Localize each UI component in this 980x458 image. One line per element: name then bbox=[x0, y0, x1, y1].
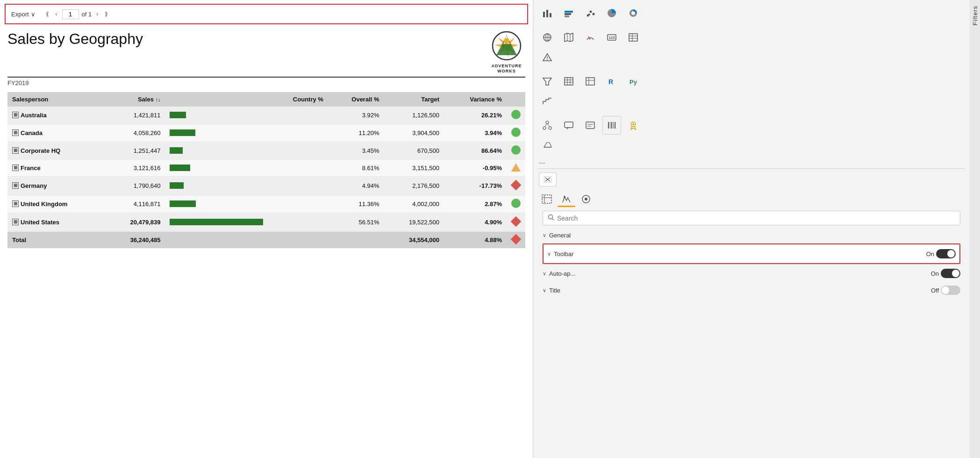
title-toggle-switch[interactable] bbox=[941, 286, 960, 295]
section-general-header[interactable]: ∨ General bbox=[543, 229, 960, 242]
cell-country-pct bbox=[268, 159, 328, 176]
expand-icon[interactable]: ⊞ bbox=[12, 182, 19, 189]
gauge-icon[interactable] bbox=[581, 28, 600, 47]
cell-bar bbox=[165, 142, 268, 159]
cell-country-pct bbox=[268, 213, 328, 231]
python-icon[interactable]: Py bbox=[624, 72, 643, 91]
status-red-icon bbox=[511, 179, 522, 190]
col-variance-pct: Variance % bbox=[444, 92, 507, 107]
cell-target: 3,904,500 bbox=[384, 124, 444, 142]
svg-marker-33 bbox=[543, 78, 551, 85]
cell-sales: 20,479,839 bbox=[105, 213, 165, 231]
section-autoapply-label: Auto-ap... bbox=[549, 270, 575, 277]
cell-total-variance: 4.88% bbox=[444, 231, 507, 248]
map-icon[interactable] bbox=[559, 28, 578, 47]
svg-line-48 bbox=[547, 124, 550, 127]
table2-icon[interactable] bbox=[581, 72, 600, 91]
svg-rect-49 bbox=[565, 122, 573, 128]
tab-analytics[interactable] bbox=[577, 191, 595, 207]
svg-rect-39 bbox=[586, 78, 594, 85]
smart-narrative-icon[interactable] bbox=[581, 116, 600, 135]
r-script-icon[interactable]: R bbox=[602, 72, 621, 91]
kpi-icon[interactable] bbox=[538, 48, 557, 66]
section-title-header[interactable]: ∨ Title Off bbox=[543, 283, 960, 298]
prev-page-button[interactable]: ‹ bbox=[54, 10, 59, 18]
next-page-button[interactable]: › bbox=[94, 10, 100, 18]
cell-sales: 3,121,616 bbox=[105, 159, 165, 176]
svg-point-72 bbox=[549, 215, 553, 219]
scatter-icon[interactable] bbox=[581, 4, 600, 22]
cell-overall-pct: 11.20% bbox=[328, 124, 384, 142]
svg-rect-58 bbox=[615, 122, 615, 129]
cell-status bbox=[507, 142, 525, 159]
globe-icon[interactable] bbox=[538, 28, 557, 47]
expand-icon[interactable]: ⊞ bbox=[12, 165, 19, 171]
expand-icon[interactable]: ⊞ bbox=[12, 112, 19, 118]
tab-fields[interactable] bbox=[538, 191, 556, 207]
close-panel-button[interactable] bbox=[539, 172, 557, 186]
title-toggle-value: Off bbox=[931, 287, 939, 294]
cell-overall-pct: 56.51% bbox=[328, 213, 384, 231]
autoapply-toggle-switch[interactable] bbox=[941, 269, 960, 278]
svg-rect-34 bbox=[565, 78, 573, 85]
svg-point-15 bbox=[631, 11, 635, 15]
cell-status bbox=[507, 124, 525, 142]
svg-point-4 bbox=[504, 38, 509, 44]
divider-1 bbox=[538, 168, 965, 169]
pin-icon[interactable] bbox=[624, 116, 643, 135]
expand-icon[interactable]: ⊞ bbox=[12, 129, 19, 136]
status-green-icon bbox=[511, 145, 521, 155]
table-icon[interactable] bbox=[624, 28, 643, 47]
matrix-icon[interactable] bbox=[559, 72, 578, 91]
bar-chart-icon[interactable] bbox=[538, 4, 557, 22]
status-green-icon bbox=[511, 128, 521, 137]
cell-country-pct bbox=[268, 107, 328, 124]
toolbar-toggle-switch[interactable] bbox=[936, 249, 956, 258]
last-page-button[interactable]: ⟫ bbox=[103, 10, 110, 18]
export-button[interactable]: Export ∨ bbox=[11, 11, 36, 18]
tab-format[interactable] bbox=[558, 191, 575, 207]
single-icon-row bbox=[533, 171, 970, 188]
page-number-input[interactable] bbox=[62, 9, 79, 19]
cell-bar bbox=[165, 195, 268, 213]
donut-icon[interactable] bbox=[624, 4, 643, 22]
svg-point-46 bbox=[549, 127, 551, 129]
cell-status bbox=[507, 213, 525, 231]
pie-chart-icon[interactable] bbox=[602, 4, 621, 22]
cell-sales: 1,421,811 bbox=[105, 107, 165, 124]
expand-icon[interactable]: ⊞ bbox=[12, 200, 19, 207]
cell-status bbox=[507, 195, 525, 213]
section-autoapply-header[interactable]: ∨ Auto-ap... On bbox=[543, 266, 960, 281]
first-page-button[interactable]: ⟪ bbox=[44, 10, 51, 18]
expand-icon[interactable]: ⊞ bbox=[12, 219, 19, 225]
cell-overall-pct: 3.92% bbox=[328, 107, 384, 124]
step-chart-icon[interactable] bbox=[538, 92, 557, 110]
logo-area: ADVENTUREWORKS bbox=[488, 31, 525, 74]
decomp-tree-icon[interactable] bbox=[538, 116, 557, 135]
funnel-icon[interactable] bbox=[538, 72, 557, 91]
number-card-icon[interactable]: 123 bbox=[602, 28, 621, 47]
status-yellow-icon bbox=[511, 163, 521, 172]
stacked-bar-icon[interactable] bbox=[559, 4, 578, 22]
svg-rect-10 bbox=[565, 15, 569, 17]
svg-rect-5 bbox=[543, 12, 545, 17]
cell-bar bbox=[165, 159, 268, 176]
table-row: ⊞ United States 20,479,839 56.51% 19,522… bbox=[7, 213, 525, 231]
search-box bbox=[543, 211, 960, 225]
col-sales[interactable]: Sales ↑↓ bbox=[105, 92, 165, 107]
svg-rect-66 bbox=[542, 195, 551, 203]
cell-bar bbox=[165, 213, 268, 231]
expand-icon[interactable]: ⊞ bbox=[12, 147, 19, 154]
chat-icon[interactable] bbox=[559, 116, 578, 135]
table-header-row: Salesperson Sales ↑↓ Country % Overall %… bbox=[7, 92, 525, 107]
table-row: ⊞ France 3,121,616 8.61% 3,151,500 -0.95… bbox=[7, 159, 525, 176]
filters-label: Filters bbox=[972, 6, 979, 25]
search-input[interactable] bbox=[557, 215, 955, 222]
eraser-icon[interactable] bbox=[538, 136, 557, 154]
status-red-icon bbox=[511, 216, 522, 227]
barcode-icon[interactable] bbox=[602, 116, 621, 135]
adventure-works-logo bbox=[488, 31, 525, 64]
table-row: ⊞ Corporate HQ 1,251,447 3.45% 670,500 8… bbox=[7, 142, 525, 159]
svg-point-14 bbox=[588, 14, 590, 15]
svg-point-13 bbox=[593, 13, 595, 15]
